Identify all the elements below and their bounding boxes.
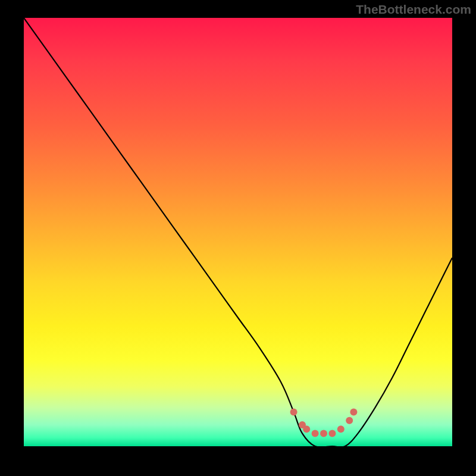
marker-dot bbox=[328, 430, 336, 437]
marker-dot bbox=[303, 425, 310, 433]
marker-dot bbox=[346, 417, 353, 424]
curve-svg bbox=[24, 18, 452, 446]
bottleneck-curve bbox=[24, 18, 452, 446]
marker-dot bbox=[290, 408, 298, 415]
watermark-text: TheBottleneck.com bbox=[356, 2, 471, 17]
marker-dot bbox=[320, 430, 327, 437]
marker-dot bbox=[350, 408, 357, 415]
marker-dot bbox=[337, 425, 345, 433]
curve-markers bbox=[290, 408, 358, 437]
chart-container: TheBottleneck.com bbox=[0, 0, 476, 476]
marker-dot bbox=[312, 430, 319, 437]
plot-area bbox=[24, 18, 452, 446]
